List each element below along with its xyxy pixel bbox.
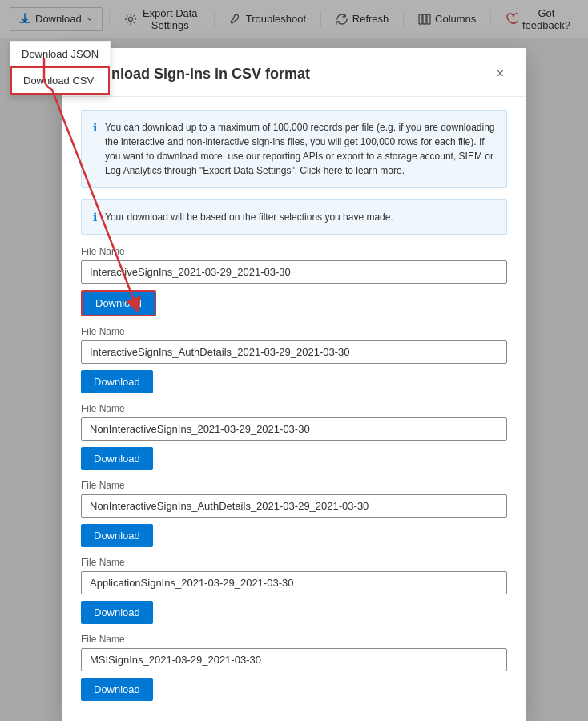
file-section-2: File NameDownload xyxy=(81,403,507,470)
info-icon-2: ℹ xyxy=(93,211,97,224)
info-icon-1: ℹ xyxy=(93,121,97,134)
file-section-1: File NameDownload xyxy=(81,326,507,393)
file-label-2: File Name xyxy=(81,403,507,414)
info-text-2: Your download will be based on the filte… xyxy=(105,210,393,224)
modal-dialog: Download Sign-ins in CSV format × ℹ You … xyxy=(62,48,526,721)
file-input-5[interactable] xyxy=(81,648,507,671)
file-input-4[interactable] xyxy=(81,571,507,594)
file-label-5: File Name xyxy=(81,634,507,645)
file-section-4: File NameDownload xyxy=(81,557,507,624)
file-label-0: File Name xyxy=(81,246,507,257)
info-box-1: ℹ You can download up to a maximum of 10… xyxy=(81,110,507,188)
file-input-0[interactable] xyxy=(81,260,507,284)
file-label-1: File Name xyxy=(81,326,507,337)
file-section-3: File NameDownload xyxy=(81,480,507,547)
file-download-button-2[interactable]: Download xyxy=(81,447,153,470)
modal-overlay: Download Sign-ins in CSV format × ℹ You … xyxy=(0,0,588,721)
file-input-1[interactable] xyxy=(81,340,507,364)
file-download-button-3[interactable]: Download xyxy=(81,524,153,547)
file-input-2[interactable] xyxy=(81,417,507,441)
file-sections-container: File NameDownloadFile NameDownloadFile N… xyxy=(81,246,507,701)
file-download-button-5[interactable]: Download xyxy=(81,678,153,701)
file-download-button-1[interactable]: Download xyxy=(81,370,153,393)
file-download-button-4[interactable]: Download xyxy=(81,601,153,624)
download-csv-item[interactable]: Download CSV xyxy=(10,66,110,95)
file-download-button-0[interactable]: Download xyxy=(81,290,156,316)
download-json-item[interactable]: Download JSON xyxy=(10,42,110,66)
file-label-3: File Name xyxy=(81,480,507,491)
modal-header: Download Sign-ins in CSV format × xyxy=(62,48,526,97)
modal-title: Download Sign-ins in CSV format xyxy=(81,66,310,83)
file-label-4: File Name xyxy=(81,557,507,568)
download-dropdown-menu: Download JSON Download CSV xyxy=(10,41,111,95)
info-box-2: ℹ Your download will be based on the fil… xyxy=(81,199,507,235)
file-section-0: File NameDownload xyxy=(81,246,507,316)
file-input-3[interactable] xyxy=(81,494,507,518)
info-text-1: You can download up to a maximum of 100,… xyxy=(105,120,495,178)
modal-close-button[interactable]: × xyxy=(493,64,507,83)
file-section-5: File NameDownload xyxy=(81,634,507,701)
modal-body: ℹ You can download up to a maximum of 10… xyxy=(62,97,526,721)
